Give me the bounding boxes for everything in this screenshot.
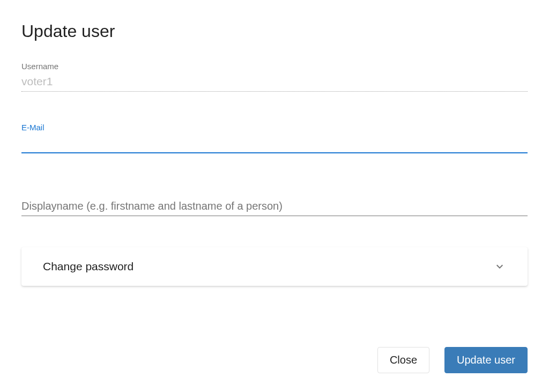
username-input: [21, 73, 528, 92]
change-password-label: Change password: [43, 260, 133, 273]
username-field-container: Username: [21, 62, 528, 92]
chevron-down-icon: [493, 260, 506, 273]
email-input[interactable]: [21, 134, 528, 153]
username-label: Username: [21, 62, 528, 71]
email-field-container: E-Mail: [21, 123, 528, 153]
displayname-field-container: [21, 197, 528, 216]
displayname-input[interactable]: [21, 197, 528, 216]
update-user-button[interactable]: Update user: [444, 347, 528, 373]
close-button[interactable]: Close: [377, 347, 429, 373]
dialog-actions: Close Update user: [21, 347, 528, 373]
email-label: E-Mail: [21, 123, 528, 132]
update-user-dialog: Update user Username E-Mail Change passw…: [0, 0, 549, 392]
change-password-panel[interactable]: Change password: [21, 247, 528, 286]
dialog-title: Update user: [21, 21, 528, 41]
